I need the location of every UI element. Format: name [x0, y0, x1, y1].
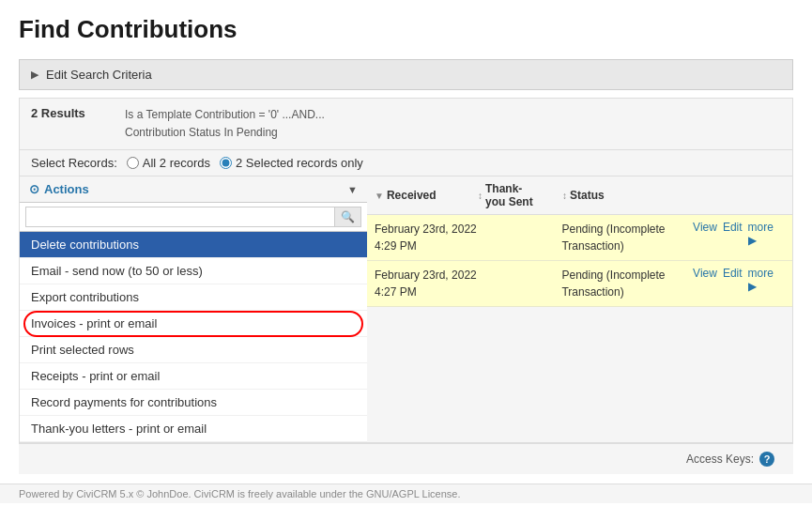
radio-all-records[interactable]: All 2 records [127, 156, 210, 170]
dropdown-search-button[interactable]: 🔍 [335, 207, 361, 227]
dropdown-item-export[interactable]: Export contributions [20, 284, 367, 311]
view-link-2[interactable]: View [693, 267, 717, 280]
dropdown-item-print-rows[interactable]: Print selected rows [20, 337, 367, 363]
radio-selected-input[interactable] [220, 157, 232, 169]
edit-search-label: Edit Search Criteria [46, 68, 152, 82]
dropdown-item-thankyou[interactable]: Thank-you letters - print or email [20, 416, 367, 442]
more-link-2[interactable]: more ▶ [748, 267, 785, 293]
cell-received-1: February 23rd, 2022 4:29 PM [375, 221, 478, 254]
more-link-1[interactable]: more ▶ [748, 221, 785, 247]
edit-search-criteria-bar[interactable]: ▶ Edit Search Criteria [19, 59, 793, 90]
cell-received-2: February 23rd, 2022 4:27 PM [375, 267, 478, 300]
cell-actions-1: View Edit more ▶ [693, 221, 785, 247]
help-icon[interactable]: ? [759, 452, 774, 467]
dropdown-item-email[interactable]: Email - send now (to 50 or less) [20, 258, 367, 284]
col-header-received: ▼ Received [375, 182, 478, 208]
table-row: February 23rd, 2022 4:29 PM Pending (Inc… [367, 215, 792, 261]
actions-dropdown-menu: Delete contributions Email - send now (t… [20, 232, 367, 442]
results-info-bar: 2 Results Is a Template Contribution = '… [19, 98, 793, 149]
view-link-1[interactable]: View [693, 221, 717, 234]
cell-status-1: Pending (Incomplete Transaction) [561, 221, 693, 254]
actions-panel: ⊙ Actions ▼ 🔍 Delete contributions Email… [20, 177, 367, 442]
edit-link-2[interactable]: Edit [723, 267, 743, 280]
access-keys-label: Access Keys: [686, 453, 754, 466]
footer-bar: Access Keys: ? [19, 443, 793, 474]
dropdown-item-delete[interactable]: Delete contributions [20, 232, 367, 258]
radio-selected-label: 2 Selected records only [236, 156, 363, 170]
col-header-thankyou: ↕ Thank-you Sent [478, 182, 562, 208]
col-header-status: ↕ Status [562, 182, 712, 208]
dropdown-item-receipts[interactable]: Receipts - print or email [20, 363, 367, 390]
results-table-panel: ▼ Received ↕ Thank-you Sent ↕ Status Feb… [367, 177, 792, 442]
criteria-line1: Is a Template Contribution = '0' ...AND.… [125, 106, 325, 124]
results-criteria: Is a Template Contribution = '0' ...AND.… [125, 106, 325, 142]
results-count: 2 Results [31, 106, 106, 120]
page-title: Find Contributions [19, 15, 793, 44]
radio-all-input[interactable] [127, 157, 139, 169]
expand-arrow-icon: ▶ [31, 69, 38, 81]
dropdown-search-input[interactable] [25, 207, 335, 227]
cell-status-2: Pending (Incomplete Transaction) [561, 267, 693, 300]
criteria-line2: Contribution Status In Pending [125, 124, 325, 142]
main-content-area: ⊙ Actions ▼ 🔍 Delete contributions Email… [19, 176, 793, 443]
dropdown-item-record-payments[interactable]: Record payments for contributions [20, 390, 367, 416]
table-header: ▼ Received ↕ Thank-you Sent ↕ Status [367, 177, 792, 215]
circle-check-icon: ⊙ [29, 182, 39, 196]
actions-label: ⊙ Actions [29, 182, 89, 196]
table-row: February 23rd, 2022 4:27 PM Pending (Inc… [367, 261, 792, 307]
cell-actions-2: View Edit more ▶ [693, 267, 785, 293]
dropdown-arrow-icon: ▼ [347, 184, 358, 195]
select-records-label: Select Records: [31, 156, 117, 170]
actions-dropdown-header[interactable]: ⊙ Actions ▼ [20, 177, 367, 203]
select-records-row: Select Records: All 2 records 2 Selected… [19, 149, 793, 176]
radio-all-label: All 2 records [143, 156, 210, 170]
dropdown-search-row: 🔍 [20, 203, 367, 232]
edit-link-1[interactable]: Edit [723, 221, 743, 234]
powered-by-footer: Powered by CiviCRM 5.x © JohnDoe. CiviCR… [0, 484, 812, 503]
dropdown-item-invoices[interactable]: Invoices - print or email [20, 311, 367, 337]
radio-selected-records[interactable]: 2 Selected records only [220, 156, 363, 170]
